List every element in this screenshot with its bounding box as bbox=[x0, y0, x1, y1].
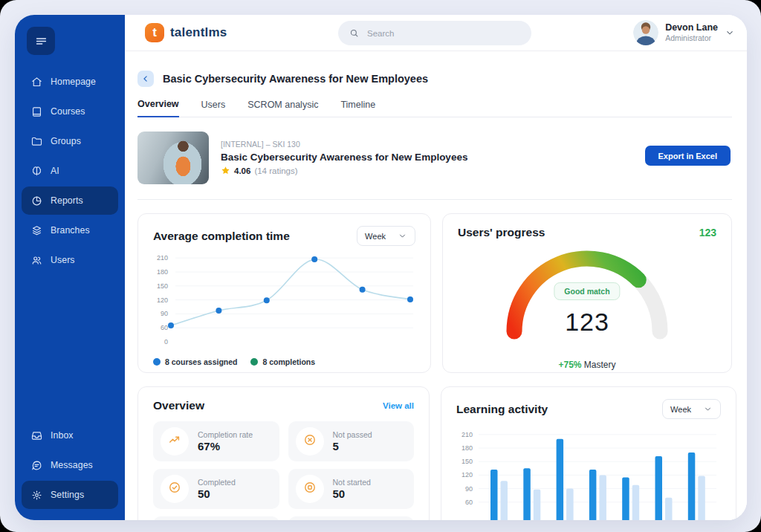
card-title-overview: Overview bbox=[153, 399, 204, 412]
sidebar-item-inbox[interactable]: Inbox bbox=[22, 421, 118, 450]
section-divider bbox=[137, 199, 732, 200]
good-match-badge: Good match bbox=[554, 282, 620, 300]
sidebar-item-branches[interactable]: Branches bbox=[22, 216, 118, 244]
chevron-left-icon bbox=[140, 74, 151, 84]
sidebar-item-reports[interactable]: Reports bbox=[22, 186, 118, 215]
legend-label: 8 courses assigned bbox=[165, 357, 237, 366]
legend-item: 8 completions bbox=[250, 357, 315, 366]
page-content: Basic Cybersecurity Awareness for New Em… bbox=[125, 71, 747, 520]
svg-text:60: 60 bbox=[161, 324, 168, 331]
progress-total: 123 bbox=[699, 227, 716, 239]
stat-tile: Not started 50 bbox=[288, 469, 415, 509]
screenshot-stage: Homepage Courses Groups AI Reports Branc… bbox=[0, 0, 761, 532]
export-excel-button[interactable]: Export in Excel bbox=[645, 146, 731, 166]
sidebar-item-users[interactable]: Users bbox=[22, 246, 118, 274]
sidebar-nav: Homepage Courses Groups AI Reports Branc… bbox=[15, 67, 125, 275]
svg-text:90: 90 bbox=[161, 310, 168, 317]
search-bar[interactable] bbox=[338, 21, 531, 45]
top-header: t talentlms bbox=[125, 15, 747, 51]
rating-count: (14 ratings) bbox=[254, 166, 297, 175]
avg-completion-card: Average completion time Week 06090120150… bbox=[137, 213, 431, 373]
stat-tile-icon-circle bbox=[161, 475, 189, 503]
stat-tile-icon-circle bbox=[161, 427, 189, 455]
tab-users[interactable]: Users bbox=[201, 99, 226, 117]
sidebar-item-homepage[interactable]: Homepage bbox=[22, 68, 118, 96]
stat-value: 50 bbox=[198, 487, 236, 500]
layers-icon bbox=[30, 224, 43, 237]
overview-card: Overview View all Completion rate 67% No… bbox=[137, 386, 430, 520]
stat-tile: Not passed 5 bbox=[288, 421, 415, 461]
stat-value: 5 bbox=[333, 440, 372, 452]
period-select-completion[interactable]: Week bbox=[357, 226, 415, 246]
user-role: Administrator bbox=[665, 33, 718, 43]
pie-icon bbox=[30, 195, 43, 207]
course-info: [INTERNAL] – SKI 130 Basic Cybersecurity… bbox=[221, 140, 467, 175]
stat-tiles: Completion rate 67% Not passed 5 Complet… bbox=[153, 421, 414, 520]
tab-timeline[interactable]: Timeline bbox=[340, 99, 375, 117]
sidebar-item-label: Homepage bbox=[51, 77, 96, 87]
sidebar-item-label: Groups bbox=[51, 136, 81, 146]
card-title-avg-completion: Average completion time bbox=[153, 230, 290, 243]
page-heading-row: Basic Cybersecurity Awareness for New Em… bbox=[137, 71, 732, 87]
sidebar: Homepage Courses Groups AI Reports Branc… bbox=[15, 15, 125, 520]
sidebar-item-ai[interactable]: AI bbox=[22, 157, 118, 185]
progress-gauge: Good match 123 +75% Mastery bbox=[458, 241, 716, 367]
menu-toggle-button[interactable] bbox=[27, 27, 55, 55]
mastery-label: +75% Mastery bbox=[458, 360, 716, 370]
sidebar-item-messages[interactable]: Messages bbox=[22, 451, 118, 479]
rating-value: 4.06 bbox=[234, 166, 250, 175]
sidebar-item-label: Inbox bbox=[51, 430, 74, 441]
sidebar-item-courses[interactable]: Courses bbox=[22, 97, 118, 126]
svg-text:0: 0 bbox=[164, 338, 168, 346]
stat-value: 67% bbox=[198, 440, 253, 452]
search-icon bbox=[349, 27, 360, 39]
app-window: Homepage Courses Groups AI Reports Branc… bbox=[15, 15, 747, 520]
stat-label: Completion rate bbox=[198, 430, 253, 439]
course-summary: [INTERNAL] – SKI 130 Basic Cybersecurity… bbox=[137, 131, 732, 184]
mastery-text: Mastery bbox=[584, 360, 616, 370]
stat-tile: Completed 50 bbox=[153, 469, 279, 509]
period-select-activity[interactable]: Week bbox=[662, 399, 721, 419]
stat-label: Not started bbox=[333, 478, 371, 487]
logo-text: talentlms bbox=[170, 25, 227, 40]
view-all-link[interactable]: View all bbox=[383, 401, 414, 410]
user-menu[interactable]: Devon Lane Administrator bbox=[633, 20, 735, 45]
search-input[interactable] bbox=[366, 28, 521, 39]
chat-icon bbox=[30, 459, 43, 472]
stat-tile-icon-circle bbox=[296, 475, 324, 503]
sidebar-item-label: Messages bbox=[51, 460, 93, 470]
svg-text:150: 150 bbox=[462, 458, 473, 465]
hamburger-icon bbox=[34, 34, 48, 48]
stat-label: Completed bbox=[198, 478, 236, 487]
brain-icon bbox=[30, 165, 43, 178]
tab-scrom-analysic[interactable]: SCROM analysic bbox=[247, 99, 318, 117]
talentlms-logo-icon: t bbox=[145, 23, 164, 42]
sidebar-item-groups[interactable]: Groups bbox=[22, 127, 118, 155]
svg-text:210: 210 bbox=[462, 431, 473, 438]
tab-overview[interactable]: Overview bbox=[137, 99, 179, 117]
svg-text:210: 210 bbox=[157, 254, 168, 262]
sidebar-item-label: Settings bbox=[51, 490, 84, 500]
completion-line-chart: 06090120150180210 bbox=[153, 247, 415, 356]
legend-label: 8 completions bbox=[262, 357, 315, 366]
svg-text:180: 180 bbox=[157, 268, 168, 276]
sidebar-item-settings[interactable]: Settings bbox=[22, 481, 118, 509]
app-logo[interactable]: t talentlms bbox=[145, 23, 227, 42]
stat-tile-icon-circle bbox=[296, 427, 324, 455]
tab-bar: OverviewUsersSCROM analysicTimeline bbox=[137, 99, 732, 117]
users-progress-card: Users' progress 123 Good match 123 +75% … bbox=[442, 213, 732, 373]
check-circle-icon bbox=[167, 480, 182, 498]
card-title-users-progress: Users' progress bbox=[458, 226, 545, 239]
learning-activity-card: Learning activity Week 6090120150180210 bbox=[441, 386, 736, 520]
back-button[interactable] bbox=[137, 71, 154, 87]
stat-tile: Completion rate 67% bbox=[153, 421, 279, 461]
home-icon bbox=[30, 76, 43, 88]
stat-tile-partial bbox=[153, 516, 279, 520]
card-title-learning-activity: Learning activity bbox=[456, 403, 548, 416]
svg-text:120: 120 bbox=[462, 471, 473, 479]
stop-circle-icon bbox=[302, 480, 317, 498]
svg-text:150: 150 bbox=[157, 282, 168, 290]
svg-text:180: 180 bbox=[462, 444, 473, 452]
sidebar-item-label: Reports bbox=[51, 195, 83, 206]
legend-dot-icon bbox=[250, 358, 258, 366]
